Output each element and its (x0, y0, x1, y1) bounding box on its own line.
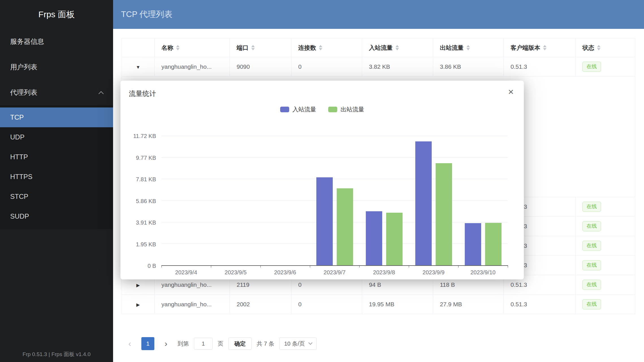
sidebar-subitem-stcp[interactable]: STCP (0, 187, 113, 206)
column-header[interactable]: 客户端版本 (504, 38, 576, 57)
bar-出站流量[interactable] (337, 188, 353, 265)
column-header[interactable]: 端口 (230, 38, 291, 57)
close-icon[interactable]: × (508, 87, 514, 96)
sort-asc-icon[interactable] (543, 45, 546, 47)
x-axis-label: 2023/9/10 (458, 269, 508, 276)
bar-group (359, 136, 409, 265)
column-header[interactable]: 入站流量 (362, 38, 433, 57)
sort-asc-icon[interactable] (396, 45, 399, 47)
bar-入站流量[interactable] (465, 223, 481, 265)
page-number-button[interactable]: 1 (141, 337, 154, 350)
sort-icon[interactable] (319, 45, 322, 50)
legend-label: 入站流量 (293, 105, 316, 113)
x-axis-tick (260, 265, 261, 268)
page-title: TCP 代理列表 (121, 9, 172, 20)
sidebar-subitem-tcp[interactable]: TCP (0, 107, 113, 127)
sort-icon[interactable] (543, 45, 546, 50)
sort-desc-icon[interactable] (466, 48, 470, 50)
column-header[interactable]: 名称 (155, 38, 230, 57)
column-header[interactable]: 状态 (576, 38, 635, 57)
bar-入站流量[interactable] (366, 211, 382, 265)
sort-icon[interactable] (251, 45, 255, 50)
cell-port: 9090 (230, 57, 291, 77)
sidebar-subitem-udp[interactable]: UDP (0, 127, 113, 147)
x-axis-label: 2023/9/8 (359, 269, 409, 276)
sort-desc-icon[interactable] (176, 48, 180, 50)
page-header: TCP 代理列表 (113, 0, 644, 29)
column-header[interactable]: 出站流量 (433, 38, 504, 57)
bar-group (458, 136, 508, 265)
x-axis-tick (409, 265, 409, 268)
bar-入站流量[interactable] (316, 177, 333, 265)
sort-icon[interactable] (597, 45, 600, 50)
sort-icon[interactable] (396, 45, 399, 50)
sort-desc-icon[interactable] (597, 48, 600, 50)
goto-page-input[interactable] (194, 338, 213, 350)
sort-icon[interactable] (466, 45, 470, 50)
chevron-up-icon (98, 91, 103, 96)
sort-desc-icon[interactable] (319, 48, 322, 50)
expand-column-header (122, 38, 155, 57)
sidebar-subitem-http[interactable]: HTTP (0, 147, 113, 167)
x-axis-tick (508, 265, 508, 268)
x-axis-label: 2023/9/5 (211, 269, 260, 276)
sort-asc-icon[interactable] (176, 45, 180, 47)
cell-connections: 0 (291, 295, 362, 314)
bar-出站流量[interactable] (386, 213, 403, 265)
next-page-button[interactable]: › (159, 337, 172, 350)
cell-status: 在线 (576, 295, 635, 314)
cell-traffic-in: 3.82 KB (362, 57, 433, 77)
sort-asc-icon[interactable] (466, 45, 470, 47)
column-header[interactable]: 连接数 (291, 38, 362, 57)
y-axis-label: 9.77 KB (120, 154, 156, 161)
y-axis-label: 7.81 KB (120, 176, 156, 183)
sort-desc-icon[interactable] (543, 48, 546, 50)
sidebar-menu: 服务器信息用户列表代理列表 (0, 29, 113, 105)
sidebar-item-2[interactable]: 用户列表 (0, 54, 113, 80)
sidebar-item-1[interactable]: 服务器信息 (0, 29, 113, 54)
status-badge: 在线 (582, 202, 601, 212)
column-label: 入站流量 (369, 44, 393, 52)
cell-status: 在线 (576, 256, 635, 275)
page-label: 页 (218, 340, 223, 348)
legend-label: 出站流量 (341, 105, 364, 113)
prev-page-button[interactable]: ‹ (123, 337, 136, 350)
cell-traffic-in: 19.95 MB (362, 295, 433, 314)
sort-asc-icon[interactable] (251, 45, 255, 47)
sort-icon[interactable] (176, 45, 180, 50)
collapse-row-icon[interactable]: ▼ (136, 65, 141, 70)
table-row: ▼yanghuanglin_ho...909003.82 KB3.86 KB0.… (122, 57, 635, 77)
sidebar-subitem-sudp[interactable]: SUDP (0, 206, 113, 226)
cell-status: 在线 (576, 217, 635, 236)
bar-入站流量[interactable] (415, 141, 432, 265)
cell-client-version: 0.51.3 (504, 295, 576, 314)
sidebar-item-3[interactable]: 代理列表 (0, 80, 113, 105)
cell-client-version: 0.51.3 (504, 57, 576, 77)
expand-row-icon[interactable]: ▶ (136, 283, 140, 288)
sort-asc-icon[interactable] (319, 45, 322, 47)
expand-row-icon[interactable]: ▶ (136, 302, 140, 307)
bar-出站流量[interactable] (485, 223, 502, 266)
page-size-select[interactable]: 10 条/页 (279, 337, 316, 350)
status-badge: 在线 (582, 280, 601, 290)
y-axis-label: 11.72 KB (120, 133, 156, 139)
legend-item[interactable]: 入站流量 (280, 105, 316, 113)
app-title: Frps 面板 (0, 0, 113, 29)
y-axis-label: 0 B (120, 262, 156, 269)
sidebar-subitem-https[interactable]: HTTPS (0, 167, 113, 187)
sidebar-item-label: 用户列表 (10, 63, 37, 72)
status-badge: 在线 (582, 299, 601, 309)
bar-出站流量[interactable] (436, 163, 452, 265)
bar-group (260, 136, 310, 265)
cell-connections: 0 (291, 57, 362, 77)
x-axis-tick (211, 265, 211, 268)
confirm-button[interactable]: 确定 (228, 337, 252, 350)
sort-desc-icon[interactable] (396, 48, 399, 50)
column-label: 端口 (237, 44, 248, 52)
sort-desc-icon[interactable] (251, 48, 255, 50)
column-label: 状态 (582, 44, 594, 52)
cell-traffic-out: 27.9 MB (433, 295, 504, 314)
x-axis-tick (310, 265, 310, 268)
sort-asc-icon[interactable] (597, 45, 600, 47)
legend-item[interactable]: 出站流量 (328, 105, 364, 113)
